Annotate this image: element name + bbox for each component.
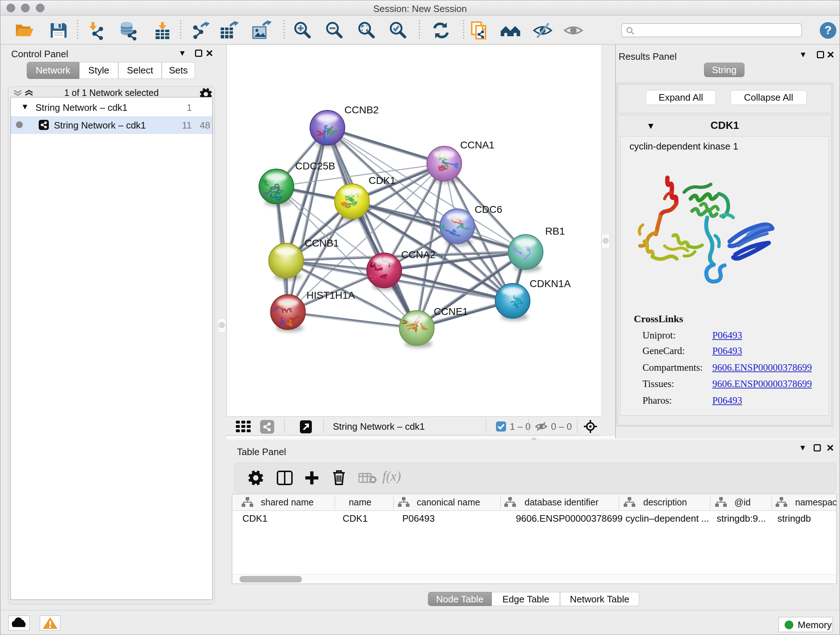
svg-text:CCNB1: CCNB1 <box>305 238 339 249</box>
svg-text:CDKN1A: CDKN1A <box>530 278 571 289</box>
svg-text:CDC25B: CDC25B <box>295 160 335 172</box>
svg-text:CDK1: CDK1 <box>369 175 396 186</box>
svg-text:CCNA2: CCNA2 <box>401 249 436 260</box>
svg-text:CCNA1: CCNA1 <box>460 139 494 150</box>
svg-text:HIST1H1A: HIST1H1A <box>306 290 355 301</box>
svg-text:CDC6: CDC6 <box>475 204 502 215</box>
svg-text:RB1: RB1 <box>545 226 565 237</box>
svg-text:CCNB2: CCNB2 <box>344 104 379 116</box>
svg-text:CCNE1: CCNE1 <box>434 306 468 317</box>
